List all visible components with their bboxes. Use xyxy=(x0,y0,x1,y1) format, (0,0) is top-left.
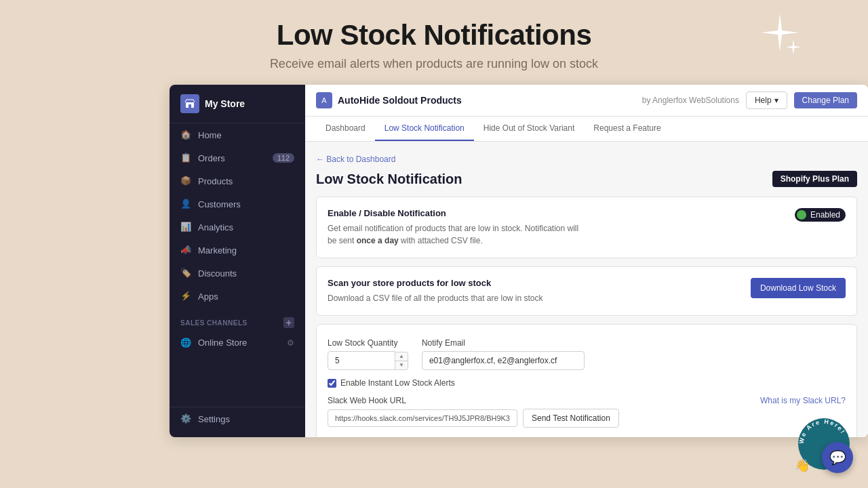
add-sales-channel-button[interactable]: + xyxy=(283,317,294,328)
send-test-notification-button[interactable]: Send Test Notification xyxy=(523,409,619,428)
slack-label-row: Slack Web Hook URL What is my Slack URL? xyxy=(328,396,846,405)
help-label: Help xyxy=(755,96,772,105)
app-container: My Store 🏠 Home 📋 Orders 112 📦 Products … xyxy=(170,85,868,437)
online-store-icon: 🌐 xyxy=(180,338,191,348)
toggle-dot xyxy=(797,210,806,220)
scan-card-content: Scan your store products for low stock D… xyxy=(328,278,543,304)
scan-card-desc: Download a CSV file of all the products … xyxy=(328,292,543,304)
chat-open-button[interactable]: 💬 xyxy=(822,442,853,473)
hero-title: Low Stock Notifications xyxy=(0,19,868,52)
qty-down-button[interactable]: ▼ xyxy=(395,361,408,369)
slack-what-link[interactable]: What is my Slack URL? xyxy=(760,396,846,405)
slack-section: Slack Web Hook URL What is my Slack URL?… xyxy=(328,396,846,428)
enable-card-desc: Get email notification of products that … xyxy=(328,222,585,247)
sales-channels-section: SALES CHANNELS + xyxy=(170,308,305,332)
hero-section: Low Stock Notifications Receive email al… xyxy=(0,0,868,85)
sidebar-bottom: ⚙️ Settings xyxy=(170,407,305,430)
slack-webhook-input[interactable] xyxy=(328,409,517,427)
notify-email-input[interactable] xyxy=(422,351,585,370)
tab-bar: Dashboard Low Stock Notification Hide Ou… xyxy=(305,117,868,142)
sidebar-item-apps[interactable]: ⚡ Apps xyxy=(170,285,305,308)
tab-request-feature[interactable]: Request a Feature xyxy=(584,117,670,141)
nav-settings-label: Settings xyxy=(198,414,230,424)
sidebar-item-online-store[interactable]: 🌐 Online Store ⚙ xyxy=(170,332,305,353)
sidebar: My Store 🏠 Home 📋 Orders 112 📦 Products … xyxy=(170,85,305,437)
change-plan-button[interactable]: Change Plan xyxy=(794,92,857,108)
sidebar-item-marketing[interactable]: 📣 Marketing xyxy=(170,239,305,262)
sales-channels-label: SALES CHANNELS xyxy=(180,319,248,327)
tab-hide-out-of-stock[interactable]: Hide Out of Stock Variant xyxy=(474,117,585,141)
enable-disable-card: Enable / Disable Notification Get email … xyxy=(316,197,857,258)
page-title: Low Stock Notification xyxy=(316,171,462,187)
instant-alerts-checkbox[interactable] xyxy=(328,379,336,388)
products-icon: 📦 xyxy=(180,176,191,186)
sparkle-decoration xyxy=(760,14,800,64)
analytics-icon: 📊 xyxy=(180,222,191,232)
customers-icon: 👤 xyxy=(180,199,191,209)
store-icon xyxy=(180,94,199,113)
nav-discounts-label: Discounts xyxy=(198,268,237,279)
nav-customers-label: Customers xyxy=(198,199,241,209)
instant-alerts-row: Enable Instant Low Stock Alerts xyxy=(328,378,846,388)
nav-apps-label: Apps xyxy=(198,291,218,302)
instant-alerts-label: Enable Instant Low Stock Alerts xyxy=(340,378,455,388)
toggle-label: Enabled xyxy=(810,210,840,220)
nav-marketing-label: Marketing xyxy=(198,245,237,256)
page-content: ← Back to Dashboard Low Stock Notificati… xyxy=(305,142,868,437)
app-header-right: by Anglerfox WebSolutions Help ▾ Change … xyxy=(642,92,857,109)
sidebar-item-orders[interactable]: 📋 Orders 112 xyxy=(170,146,305,169)
qty-arrows: ▲ ▼ xyxy=(395,352,408,370)
help-chevron-icon: ▾ xyxy=(774,96,778,105)
chat-icon: 💬 xyxy=(829,449,846,466)
enable-card-title: Enable / Disable Notification xyxy=(328,208,585,218)
shopify-plus-badge: Shopify Plus Plan xyxy=(772,171,857,187)
marketing-icon: 📣 xyxy=(180,245,191,256)
nav-analytics-label: Analytics xyxy=(198,222,233,232)
back-to-dashboard-link[interactable]: ← Back to Dashboard xyxy=(316,155,395,164)
nav-home-label: Home xyxy=(198,130,222,140)
hero-subtitle: Receive email alerts when products are r… xyxy=(0,57,868,71)
chat-widget: We Are Here! 👋 💬 xyxy=(793,413,854,474)
svg-marker-1 xyxy=(786,39,800,55)
settings-icon: ⚙️ xyxy=(180,413,191,424)
download-low-stock-button[interactable]: Download Low Stock xyxy=(751,278,846,298)
qty-up-button[interactable]: ▲ xyxy=(395,352,408,361)
enable-toggle[interactable]: Enabled xyxy=(795,208,846,222)
by-text: by Anglerfox WebSolutions xyxy=(642,96,739,105)
svg-rect-3 xyxy=(189,104,191,108)
form-card: Low Stock Quantity ▲ ▼ Notify Email xyxy=(316,324,857,437)
qty-input[interactable] xyxy=(328,351,395,370)
online-store-gear-icon: ⚙ xyxy=(287,338,294,348)
sidebar-item-customers[interactable]: 👤 Customers xyxy=(170,192,305,216)
scan-card-title: Scan your store products for low stock xyxy=(328,278,543,288)
main-content: A AutoHide Soldout Products by Anglerfox… xyxy=(305,85,868,437)
sidebar-item-discounts[interactable]: 🏷️ Discounts xyxy=(170,262,305,285)
qty-label: Low Stock Quantity xyxy=(328,338,408,348)
app-header: A AutoHide Soldout Products by Anglerfox… xyxy=(305,85,868,117)
online-store-label: Online Store xyxy=(198,338,247,348)
toggle-container: Enabled xyxy=(795,208,846,222)
tab-dashboard[interactable]: Dashboard xyxy=(316,117,375,141)
slack-label: Slack Web Hook URL xyxy=(328,396,406,405)
help-button[interactable]: Help ▾ xyxy=(746,92,787,109)
enable-desc-bold: once a day xyxy=(357,236,399,245)
tab-low-stock-notification[interactable]: Low Stock Notification xyxy=(375,117,474,141)
slack-input-row: Send Test Notification xyxy=(328,409,846,428)
page-header-row: Low Stock Notification Shopify Plus Plan xyxy=(316,171,857,187)
apps-icon: ⚡ xyxy=(180,291,191,302)
enable-card-row: Enable / Disable Notification Get email … xyxy=(328,208,846,247)
orders-icon: 📋 xyxy=(180,152,191,163)
qty-input-wrap: ▲ ▼ xyxy=(328,351,408,370)
home-icon: 🏠 xyxy=(180,129,191,140)
sidebar-item-home[interactable]: 🏠 Home xyxy=(170,123,305,146)
app-header-title: AutoHide Soldout Products xyxy=(338,95,462,106)
nav-products-label: Products xyxy=(198,176,233,186)
sidebar-logo: My Store xyxy=(170,85,305,123)
enable-card-content: Enable / Disable Notification Get email … xyxy=(328,208,585,247)
discounts-icon: 🏷️ xyxy=(180,268,191,279)
app-header-left: A AutoHide Soldout Products xyxy=(316,92,462,108)
app-logo-icon: A xyxy=(316,92,332,108)
sidebar-item-settings[interactable]: ⚙️ Settings xyxy=(170,407,305,430)
sidebar-item-analytics[interactable]: 📊 Analytics xyxy=(170,216,305,239)
sidebar-item-products[interactable]: 📦 Products xyxy=(170,169,305,192)
